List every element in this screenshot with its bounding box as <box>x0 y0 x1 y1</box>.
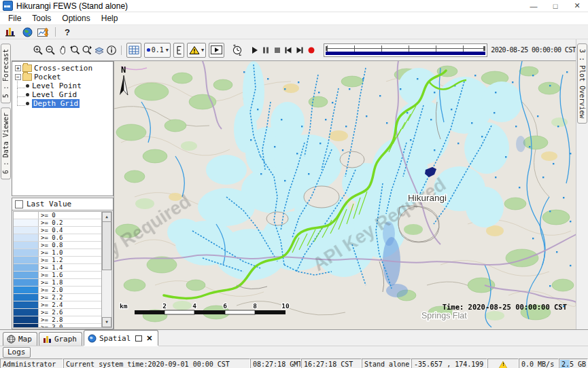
last-value-label: Last Value <box>27 200 71 208</box>
warning-icon <box>499 361 507 368</box>
filter-panel: Cross-section Pocket Level Point <box>12 61 114 329</box>
warning-dropdown[interactable]: ▼ <box>187 43 206 58</box>
legend-row[interactable]: >= 2.2 <box>14 294 102 301</box>
tab-spatial[interactable]: Spatial ✕ <box>84 330 158 346</box>
scrollbar-thumb[interactable] <box>102 221 111 270</box>
legend-row[interactable]: >= 0.8 <box>14 242 102 249</box>
legend-row[interactable]: >= 2.0 <box>14 287 102 294</box>
legend-panel: Last Value >= 0 <box>12 198 114 329</box>
skip-start-icon[interactable] <box>283 43 294 58</box>
play-icon[interactable] <box>249 43 260 58</box>
locality-label: Springs Flat <box>421 311 467 320</box>
chevron-down-icon: ▼ <box>166 48 169 53</box>
tree-item-cross-section[interactable]: Cross-section <box>14 64 113 73</box>
legend-row[interactable]: >= 2.6 <box>14 309 102 316</box>
menu-options[interactable]: Options <box>56 14 95 23</box>
status-gmt-time: 08:27:18 GMT <box>250 358 301 368</box>
grid-toggle-button[interactable] <box>126 43 141 58</box>
menu-file[interactable]: File <box>3 14 27 23</box>
tab-map[interactable]: Map <box>3 332 37 346</box>
tree-item-label-selected[interactable]: Depth Grid <box>32 99 80 108</box>
tree-item-level-grid[interactable]: Level Grid <box>14 90 113 99</box>
info-icon[interactable] <box>106 43 117 58</box>
legend-swatch <box>14 257 39 263</box>
legend-scrollbar[interactable]: ▲ ▼ <box>101 212 111 327</box>
toolbar-separator <box>121 45 122 55</box>
legend-label: >= 2.2 <box>39 294 63 301</box>
legend-row[interactable]: >= 0.6 <box>14 234 102 242</box>
legend-row[interactable]: >= 0.2 <box>14 219 102 227</box>
time-slider[interactable] <box>324 43 487 57</box>
spatial-display-icon[interactable] <box>19 26 35 38</box>
legend-row[interactable]: >= 1.4 <box>14 264 102 272</box>
logs-button[interactable]: Logs <box>3 347 31 358</box>
logs-bar: Logs <box>0 346 588 358</box>
close-icon[interactable]: ✕ <box>566 0 588 12</box>
legend-swatch <box>14 227 39 234</box>
maximize-icon[interactable]: □ <box>544 0 566 12</box>
menu-help[interactable]: Help <box>96 14 124 23</box>
legend-row[interactable]: >= 3.0 <box>14 324 102 328</box>
legend-row[interactable]: >= 0.4 <box>14 227 102 234</box>
legend-row[interactable]: >= 0 <box>14 212 102 219</box>
left-tab-strip: 5 : Forecast 6 : Data Viewer <box>0 39 12 329</box>
tree-item-label[interactable]: Cross-section <box>34 64 92 73</box>
pause-icon[interactable] <box>261 43 271 58</box>
scroll-up-icon[interactable]: ▲ <box>102 212 111 222</box>
legend-row[interactable]: >= 2.8 <box>14 316 102 324</box>
skip-end-icon[interactable] <box>295 43 305 58</box>
legend-row[interactable]: >= 2.4 <box>14 301 102 309</box>
legend-row[interactable]: >= 1.0 <box>14 249 102 257</box>
float-panel-icon[interactable] <box>135 335 142 342</box>
legend-row[interactable]: >= 1.8 <box>14 279 102 287</box>
tree-item-label[interactable]: Level Point <box>32 81 82 90</box>
data-display-icon[interactable] <box>3 26 19 38</box>
legend-row[interactable]: >= 1.2 <box>14 257 102 264</box>
zoom-out-icon[interactable] <box>45 43 56 58</box>
zoom-in-icon[interactable] <box>33 43 44 58</box>
zoom-next-icon[interactable] <box>82 43 92 58</box>
node-bullet-icon <box>26 102 29 105</box>
menu-bar: File Tools Options Help <box>0 12 588 25</box>
help-button[interactable]: ? <box>59 27 75 37</box>
time-settings-icon[interactable] <box>231 43 243 58</box>
layers-icon[interactable] <box>94 43 105 58</box>
window-title: Hikurangi FEWS (Stand alone) <box>16 1 128 11</box>
animation-panel-button[interactable] <box>209 43 224 58</box>
tab-data-viewer[interactable]: 6 : Data Viewer <box>1 107 11 179</box>
tab-forecast[interactable]: 5 : Forecast <box>1 43 11 103</box>
time-slider-start-handle[interactable] <box>326 46 328 51</box>
last-value-checkbox[interactable] <box>15 200 23 208</box>
tab-spatial-label: Spatial <box>99 334 131 343</box>
legend-swatch <box>14 309 39 316</box>
time-slider-end-handle[interactable] <box>483 46 485 51</box>
threshold-dropdown[interactable]: 0.1 ▼ <box>144 43 171 58</box>
menu-tools[interactable]: Tools <box>27 14 56 23</box>
scale-bar-button[interactable] <box>173 43 184 58</box>
stop-icon[interactable] <box>272 43 282 58</box>
tree-item-label[interactable]: Level Grid <box>32 90 77 99</box>
scroll-down-icon[interactable]: ▼ <box>102 317 111 327</box>
tree-item-pocket[interactable]: Pocket <box>14 73 113 81</box>
legend-swatch <box>14 264 39 271</box>
tree-item-level-point[interactable]: Level Point <box>14 81 113 90</box>
minimize-icon[interactable]: — <box>523 0 544 12</box>
tab-graph[interactable]: Graph <box>39 332 82 346</box>
status-warning[interactable] <box>487 358 519 368</box>
legend-label: >= 2.0 <box>39 287 63 293</box>
record-icon[interactable] <box>306 43 316 58</box>
pan-hand-icon[interactable] <box>57 43 68 58</box>
threshold-value: 0.1 <box>152 46 164 54</box>
tree-item-depth-grid[interactable]: Depth Grid <box>14 99 113 108</box>
close-panel-icon[interactable]: ✕ <box>146 334 152 343</box>
forecast-chart-icon[interactable] <box>35 26 52 38</box>
legend-row[interactable]: >= 1.6 <box>14 272 102 279</box>
tab-plot-overview[interactable]: 3 : Plot Overview <box>577 43 587 124</box>
legend-swatch <box>14 287 39 293</box>
expand-icon[interactable] <box>15 65 21 71</box>
zoom-previous-icon[interactable] <box>69 43 80 58</box>
tree-item-label[interactable]: Pocket <box>34 73 61 81</box>
map-toolbar: 0.1 ▼ ▼ <box>12 39 576 61</box>
map-view[interactable]: API Key Required API Key Required Hikura… <box>114 61 576 329</box>
svg-text:6: 6 <box>223 302 227 310</box>
